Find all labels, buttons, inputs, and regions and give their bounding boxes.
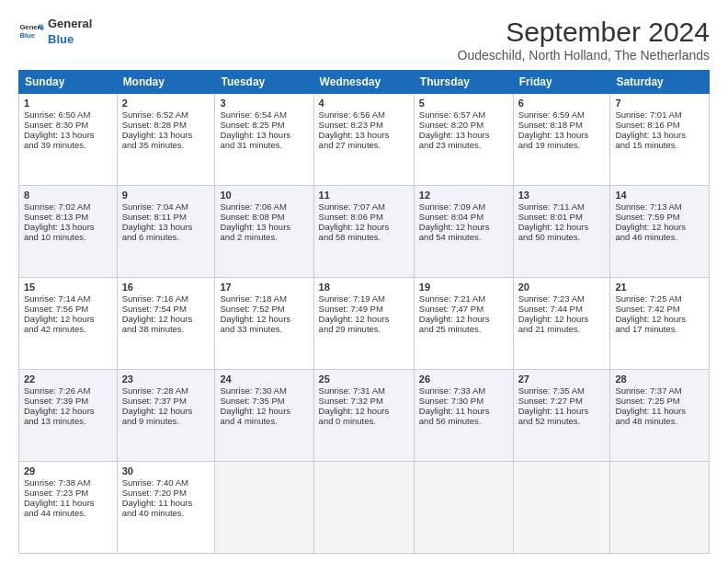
day-number: 2 <box>122 98 210 109</box>
daylight-line2: and 6 minutes. <box>122 232 179 242</box>
svg-text:Blue: Blue <box>19 30 35 39</box>
daylight-line2: and 17 minutes. <box>615 324 677 334</box>
calendar-week-row: 29 Sunrise: 7:38 AM Sunset: 7:23 PM Dayl… <box>19 462 710 554</box>
calendar-cell: 30 Sunrise: 7:40 AM Sunset: 7:20 PM Dayl… <box>117 462 215 554</box>
sunrise-line: Sunrise: 6:57 AM <box>419 109 485 120</box>
main-title: September 2024 <box>458 17 710 48</box>
daylight-line1: Daylight: 11 hours <box>122 498 193 508</box>
daylight-line2: and 9 minutes. <box>122 416 179 426</box>
sunrise-line: Sunrise: 7:01 AM <box>615 109 681 120</box>
sunset-line: Sunset: 7:52 PM <box>220 304 284 314</box>
sunset-line: Sunset: 8:28 PM <box>122 120 187 130</box>
sunrise-line: Sunrise: 6:54 AM <box>220 109 286 120</box>
daylight-line1: Daylight: 12 hours <box>24 406 95 416</box>
calendar-cell: 20 Sunrise: 7:23 AM Sunset: 7:44 PM Dayl… <box>513 278 610 370</box>
daylight-line1: Daylight: 13 hours <box>220 222 290 232</box>
day-number: 21 <box>615 282 704 293</box>
sunset-line: Sunset: 7:25 PM <box>615 396 679 406</box>
day-number: 9 <box>122 190 210 201</box>
day-number: 14 <box>615 190 704 201</box>
col-tuesday: Tuesday <box>215 71 313 94</box>
daylight-line2: and 27 minutes. <box>319 140 381 150</box>
daylight-line2: and 58 minutes. <box>319 232 381 242</box>
day-number: 23 <box>122 373 210 385</box>
sunset-line: Sunset: 8:13 PM <box>24 212 88 222</box>
day-number: 3 <box>220 98 308 109</box>
sunset-line: Sunset: 7:59 PM <box>615 212 679 222</box>
col-monday: Monday <box>117 71 215 94</box>
daylight-line1: Daylight: 12 hours <box>518 222 589 232</box>
daylight-line1: Daylight: 12 hours <box>220 314 290 324</box>
logo-line2: Blue <box>48 32 92 48</box>
sunrise-line: Sunrise: 7:35 AM <box>518 385 585 396</box>
sunset-line: Sunset: 8:16 PM <box>615 120 679 130</box>
sunset-line: Sunset: 7:39 PM <box>24 396 88 406</box>
calendar-cell: 2 Sunrise: 6:52 AM Sunset: 8:28 PM Dayli… <box>117 94 215 186</box>
sunset-line: Sunset: 7:56 PM <box>24 304 88 314</box>
sunrise-line: Sunrise: 7:19 AM <box>319 293 385 304</box>
day-number: 17 <box>220 282 308 293</box>
sunset-line: Sunset: 7:20 PM <box>122 488 187 498</box>
sunrise-line: Sunrise: 7:38 AM <box>24 477 90 488</box>
daylight-line2: and 56 minutes. <box>419 416 482 426</box>
daylight-line2: and 54 minutes. <box>419 232 482 242</box>
calendar-cell: 27 Sunrise: 7:35 AM Sunset: 7:27 PM Dayl… <box>513 370 610 462</box>
day-number: 6 <box>518 98 606 109</box>
sunset-line: Sunset: 7:30 PM <box>419 396 483 406</box>
sunset-line: Sunset: 8:08 PM <box>220 212 284 222</box>
sunrise-line: Sunrise: 7:30 AM <box>220 385 286 396</box>
calendar-cell: 29 Sunrise: 7:38 AM Sunset: 7:23 PM Dayl… <box>19 462 118 554</box>
sunrise-line: Sunrise: 7:14 AM <box>24 293 90 304</box>
calendar-cell: 9 Sunrise: 7:04 AM Sunset: 8:11 PM Dayli… <box>117 186 215 278</box>
calendar-cell: 19 Sunrise: 7:21 AM Sunset: 7:47 PM Dayl… <box>414 278 513 370</box>
sunset-line: Sunset: 7:37 PM <box>122 396 187 406</box>
calendar-cell <box>513 462 610 554</box>
daylight-line2: and 31 minutes. <box>220 140 282 150</box>
daylight-line1: Daylight: 13 hours <box>24 130 95 140</box>
sunrise-line: Sunrise: 6:52 AM <box>122 109 188 120</box>
calendar-cell: 28 Sunrise: 7:37 AM Sunset: 7:25 PM Dayl… <box>610 370 710 462</box>
calendar-table: Sunday Monday Tuesday Wednesday Thursday… <box>18 70 710 554</box>
calendar-cell: 18 Sunrise: 7:19 AM Sunset: 7:49 PM Dayl… <box>313 278 414 370</box>
sunset-line: Sunset: 8:04 PM <box>419 212 483 222</box>
daylight-line1: Daylight: 12 hours <box>319 406 390 416</box>
sunrise-line: Sunrise: 7:26 AM <box>24 385 90 396</box>
calendar-week-row: 22 Sunrise: 7:26 AM Sunset: 7:39 PM Dayl… <box>19 370 710 462</box>
daylight-line1: Daylight: 11 hours <box>24 498 95 508</box>
sunrise-line: Sunrise: 7:33 AM <box>419 385 485 396</box>
header: General Blue General Blue September 2024… <box>18 17 710 63</box>
day-number: 20 <box>518 282 606 293</box>
daylight-line1: Daylight: 12 hours <box>615 222 686 232</box>
calendar-cell: 25 Sunrise: 7:31 AM Sunset: 7:32 PM Dayl… <box>313 370 414 462</box>
daylight-line2: and 25 minutes. <box>419 324 482 334</box>
sunset-line: Sunset: 8:30 PM <box>24 120 88 130</box>
daylight-line2: and 48 minutes. <box>615 416 677 426</box>
daylight-line1: Daylight: 12 hours <box>419 222 490 232</box>
day-number: 7 <box>615 98 704 109</box>
sunrise-line: Sunrise: 7:25 AM <box>615 293 681 304</box>
sunset-line: Sunset: 7:54 PM <box>122 304 187 314</box>
sunrise-line: Sunrise: 6:56 AM <box>319 109 385 120</box>
calendar-cell: 1 Sunrise: 6:50 AM Sunset: 8:30 PM Dayli… <box>19 94 118 186</box>
sunset-line: Sunset: 7:49 PM <box>319 304 383 314</box>
sunrise-line: Sunrise: 6:59 AM <box>518 109 585 120</box>
day-number: 28 <box>615 373 704 385</box>
daylight-line2: and 19 minutes. <box>518 140 581 150</box>
calendar-cell: 12 Sunrise: 7:09 AM Sunset: 8:04 PM Dayl… <box>414 186 513 278</box>
calendar-cell: 13 Sunrise: 7:11 AM Sunset: 8:01 PM Dayl… <box>513 186 610 278</box>
daylight-line2: and 4 minutes. <box>220 416 277 426</box>
daylight-line1: Daylight: 12 hours <box>220 406 290 416</box>
calendar-cell <box>215 462 313 554</box>
daylight-line2: and 0 minutes. <box>319 416 376 426</box>
daylight-line2: and 38 minutes. <box>122 324 185 334</box>
day-number: 13 <box>518 190 606 201</box>
sunset-line: Sunset: 8:18 PM <box>518 120 583 130</box>
calendar-cell: 15 Sunrise: 7:14 AM Sunset: 7:56 PM Dayl… <box>19 278 118 370</box>
sunrise-line: Sunrise: 7:09 AM <box>419 201 485 212</box>
calendar-cell: 24 Sunrise: 7:30 AM Sunset: 7:35 PM Dayl… <box>215 370 313 462</box>
calendar-cell: 5 Sunrise: 6:57 AM Sunset: 8:20 PM Dayli… <box>414 94 513 186</box>
daylight-line2: and 52 minutes. <box>518 416 581 426</box>
day-number: 26 <box>419 373 508 385</box>
sunset-line: Sunset: 7:42 PM <box>615 304 679 314</box>
sunrise-line: Sunrise: 7:02 AM <box>24 201 90 212</box>
